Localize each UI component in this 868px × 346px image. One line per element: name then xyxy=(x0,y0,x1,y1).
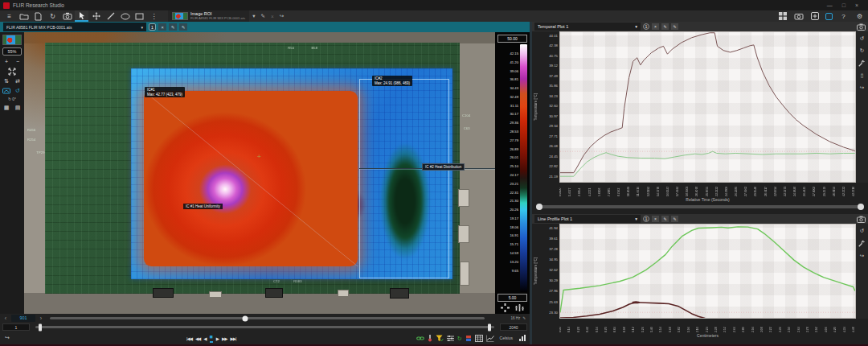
filter-icon[interactable] xyxy=(436,335,444,342)
more-tools-icon[interactable]: ⋮ xyxy=(147,10,161,22)
frame-slider[interactable] xyxy=(50,317,485,319)
temporal-snapshot-icon[interactable] xyxy=(857,23,866,31)
palette-stack-icon[interactable] xyxy=(465,335,472,342)
distribution-annotation[interactable]: IC #2 Heat Distribution xyxy=(422,163,465,171)
line-profile-undo-icon[interactable]: ↺ xyxy=(860,228,864,234)
trim-range-slider[interactable] xyxy=(35,326,494,328)
trend-chart-icon[interactable] xyxy=(486,335,494,342)
snapshot-camera-icon[interactable] xyxy=(60,10,74,22)
temporal-scroll-start-handle[interactable] xyxy=(536,204,542,210)
range-start-value[interactable]: 1 xyxy=(2,323,30,331)
color-scale-bar[interactable] xyxy=(520,44,527,292)
viewer-edit2-button[interactable]: ✎ xyxy=(179,23,187,31)
menu-icon[interactable]: ≡ xyxy=(2,10,16,22)
transport-button-4[interactable]: ▶ xyxy=(216,336,219,343)
line-tool-icon[interactable] xyxy=(104,10,117,22)
layout-grid-icon[interactable] xyxy=(777,10,788,22)
line-profile-snapshot-icon[interactable] xyxy=(857,216,866,223)
scale-min-input[interactable]: 5.00 xyxy=(497,294,527,302)
temporal-close-button[interactable]: × xyxy=(652,23,659,30)
temporal-edit-button[interactable]: ✎ xyxy=(661,23,669,30)
close-button[interactable]: × xyxy=(855,2,858,8)
preview-thumbnail[interactable] xyxy=(2,35,22,45)
camera-panel-icon[interactable] xyxy=(793,10,804,22)
frame-slider-handle[interactable] xyxy=(243,315,248,321)
settings-gear-icon[interactable]: ⚙ xyxy=(854,10,865,22)
active-layout-icon[interactable] xyxy=(825,13,833,20)
roi-selector[interactable]: Image ROI FLIR A8581 FLIR MIX PCB-0001.a… xyxy=(168,10,249,22)
zoom-out-button[interactable]: − xyxy=(14,58,22,65)
roi-edit-icon[interactable]: ✎ xyxy=(258,13,267,19)
open-folder-icon[interactable] xyxy=(17,10,31,22)
temporal-wrench-icon[interactable] xyxy=(858,60,866,67)
minimize-button[interactable]: — xyxy=(827,2,833,8)
ic1-roi-label[interactable]: IC#1 Max: 42.77 (423, 479) xyxy=(145,87,185,97)
line-profile-edit2-button[interactable]: ✎ xyxy=(671,216,678,222)
line-profile-edit-button[interactable]: ✎ xyxy=(661,216,669,222)
add-panel-icon[interactable] xyxy=(809,10,820,22)
transport-button-0[interactable]: |◀◀ xyxy=(186,336,192,343)
roi-close-icon[interactable]: × xyxy=(268,14,276,19)
prev-frame-button[interactable]: ‹ xyxy=(2,315,9,321)
transport-button-3[interactable]: ■ xyxy=(210,333,213,343)
temporal-range-scrollbar[interactable] xyxy=(532,203,868,211)
frame-rate-edit-icon[interactable]: ✎ xyxy=(522,316,526,320)
temporal-chart[interactable] xyxy=(559,31,856,183)
file-icon[interactable] xyxy=(31,10,45,22)
temporal-plot-title-dropdown[interactable]: Temporal Plot 1 ▾ xyxy=(534,23,641,31)
transport-button-6[interactable]: ▶▶| xyxy=(231,336,236,343)
scale-histogram-icon[interactable] xyxy=(515,303,524,312)
temporal-share-icon[interactable]: ↪ xyxy=(860,84,864,91)
uniformity-annotation[interactable]: IC #1 Heat Uniformity xyxy=(183,204,223,209)
temporal-scroll-end-handle[interactable] xyxy=(858,204,864,210)
refresh-icon[interactable]: ↻ xyxy=(457,336,462,341)
line-profile-share-icon[interactable]: ↪ xyxy=(860,253,864,259)
next-frame-button[interactable]: › xyxy=(38,315,44,321)
trim-start-handle[interactable] xyxy=(39,323,42,331)
temperature-unit-label[interactable]: Celsius xyxy=(500,336,513,340)
scale-auto-adjust-icon[interactable] xyxy=(501,303,510,312)
transport-button-2[interactable]: ◀ xyxy=(203,336,206,343)
grid-overlay-icon[interactable]: ▦ xyxy=(2,104,10,111)
temporal-edit2-button[interactable]: ✎ xyxy=(671,23,678,30)
trim-end-handle[interactable] xyxy=(488,323,491,331)
ic2-roi-box[interactable] xyxy=(359,79,449,278)
source-file-dropdown[interactable]: FLIR A8581 FLIR MIX PCB-0001.ats ▾ xyxy=(3,23,146,31)
flip-horizontal-icon[interactable]: ⇄ xyxy=(14,77,22,84)
thermometer-icon[interactable] xyxy=(428,334,432,342)
viewer-close-button[interactable]: × xyxy=(158,23,166,31)
line-profile-close-button[interactable]: × xyxy=(652,216,659,222)
zoom-level[interactable]: 55% xyxy=(2,47,22,56)
reset-view-icon[interactable]: ↺ xyxy=(14,87,22,94)
fit-to-window-icon[interactable] xyxy=(8,68,16,75)
palette-icon[interactable] xyxy=(2,87,10,94)
histogram-icon[interactable] xyxy=(518,334,527,342)
link-icon[interactable] xyxy=(416,335,424,342)
scale-max-input[interactable]: 50.00 xyxy=(497,35,527,43)
cursor-tool-icon[interactable] xyxy=(75,10,88,22)
zoom-in-button[interactable]: + xyxy=(2,58,10,65)
rectangle-tool-icon[interactable] xyxy=(133,10,146,22)
line-profile-title-dropdown[interactable]: Line Profile Plot 1 ▾ xyxy=(534,215,641,223)
sync-icon[interactable]: ↻ xyxy=(46,10,59,22)
thermal-image-viewer[interactable]: R50B58R456R254TP29C104C633025C72R3838738… xyxy=(24,32,495,314)
roi-dropdown-caret[interactable]: ▾ xyxy=(250,13,257,19)
line-profile-chart[interactable] xyxy=(559,224,856,319)
temporal-undo-icon[interactable]: ↺ xyxy=(860,35,864,42)
transport-button-5[interactable]: ▶▶ xyxy=(222,336,227,343)
temporal-refresh-icon[interactable]: ↻ xyxy=(860,47,864,54)
data-table-icon[interactable] xyxy=(475,335,483,342)
move-tool-icon[interactable] xyxy=(89,10,103,22)
maximize-button[interactable]: □ xyxy=(842,2,845,8)
flip-vertical-icon[interactable]: ⇅ xyxy=(2,77,10,84)
ellipse-tool-icon[interactable] xyxy=(118,10,132,22)
range-end-value[interactable]: 2040 xyxy=(500,323,527,331)
copy-image-icon[interactable]: ▤ xyxy=(14,104,22,111)
rotate-control[interactable]: ↻ 0° xyxy=(8,97,16,101)
line-profile-wrench-icon[interactable] xyxy=(858,240,866,247)
ic2-roi-label[interactable]: IC#2 Max: 24.91 (986, 469) xyxy=(372,76,412,86)
temporal-bookmark-icon[interactable]: ▯ xyxy=(861,72,864,79)
transport-button-1[interactable]: ◀◀ xyxy=(195,336,200,343)
viewer-edit-button[interactable]: ✎ xyxy=(169,23,177,31)
adjustments-icon[interactable] xyxy=(447,335,454,342)
